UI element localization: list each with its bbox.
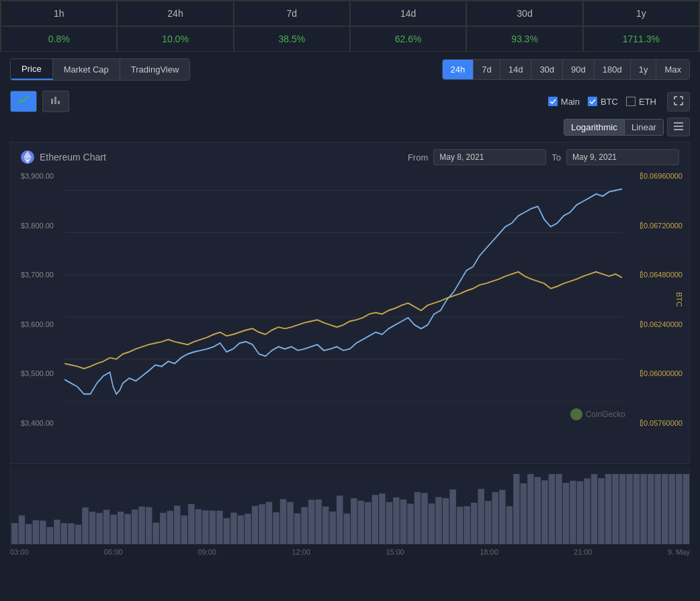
controls-row: Price Market Cap TradingView 24h 7d 14d … xyxy=(0,52,700,87)
svg-rect-54 xyxy=(287,502,293,544)
stat-header-1h: 1h xyxy=(1,1,117,26)
svg-rect-99 xyxy=(605,474,611,544)
svg-rect-3 xyxy=(58,101,60,104)
y-label-3600: $3,600.00 xyxy=(21,320,68,328)
time-btn-180d[interactable]: 180d xyxy=(595,60,631,79)
chart-header: Ethereum Chart From To xyxy=(11,142,689,169)
chart-title: Ethereum Chart xyxy=(21,150,106,164)
line-chart-button[interactable] xyxy=(10,91,37,112)
svg-rect-70 xyxy=(400,500,406,544)
btc-label-high: ₿0.06960000 xyxy=(622,172,683,180)
tab-price[interactable]: Price xyxy=(11,59,53,80)
chart-title-text: Ethereum Chart xyxy=(40,152,106,163)
legend-main[interactable]: Main xyxy=(548,97,580,107)
svg-rect-108 xyxy=(668,474,674,544)
svg-rect-66 xyxy=(372,495,378,544)
legend-btc[interactable]: BTC xyxy=(588,97,618,107)
coingecko-watermark: CoinGecko xyxy=(570,408,625,420)
from-date-input[interactable] xyxy=(433,149,546,165)
svg-rect-100 xyxy=(612,474,618,544)
bar-chart-button[interactable] xyxy=(42,91,69,112)
svg-rect-105 xyxy=(648,474,654,544)
fullscreen-button[interactable] xyxy=(667,92,690,111)
svg-rect-1 xyxy=(51,99,53,104)
svg-rect-107 xyxy=(662,474,668,544)
time-btn-14d[interactable]: 14d xyxy=(500,60,532,79)
to-date-input[interactable] xyxy=(566,149,679,165)
x-label-2100: 21:00 xyxy=(574,548,593,556)
x-label-0300: 03:00 xyxy=(10,548,29,556)
svg-rect-73 xyxy=(421,493,427,544)
svg-rect-109 xyxy=(676,474,682,544)
menu-button[interactable] xyxy=(667,118,690,136)
svg-rect-56 xyxy=(301,507,307,544)
svg-point-0 xyxy=(20,99,22,101)
svg-rect-97 xyxy=(591,474,597,544)
btc-label-4: ₿0.06240000 xyxy=(622,320,683,328)
svg-rect-21 xyxy=(54,520,60,544)
time-btn-24h[interactable]: 24h xyxy=(443,60,474,79)
svg-rect-85 xyxy=(507,506,513,544)
svg-rect-61 xyxy=(337,496,343,544)
chart-controls: Main BTC ETH xyxy=(0,87,700,115)
svg-rect-81 xyxy=(478,489,484,544)
from-label: From xyxy=(408,152,428,163)
checkbox-eth[interactable] xyxy=(626,97,636,106)
svg-rect-104 xyxy=(640,474,646,544)
stats-table: 1h 24h 7d 14d 30d 1y 0.8% 10.0% 38.5% 62… xyxy=(0,0,700,52)
x-label-1200: 12:00 xyxy=(292,548,311,556)
stat-value-30d: 93.3% xyxy=(466,26,582,52)
svg-rect-78 xyxy=(457,506,463,544)
svg-rect-98 xyxy=(598,478,604,544)
svg-rect-79 xyxy=(464,506,470,544)
svg-rect-49 xyxy=(252,506,258,544)
svg-rect-83 xyxy=(492,492,498,544)
legend-eth[interactable]: ETH xyxy=(626,97,656,107)
svg-rect-20 xyxy=(47,527,53,544)
time-btn-90d[interactable]: 90d xyxy=(563,60,595,79)
checkbox-btc[interactable] xyxy=(588,97,597,106)
svg-rect-25 xyxy=(82,508,88,544)
to-label: To xyxy=(552,152,561,163)
svg-rect-30 xyxy=(118,512,124,544)
scale-logarithmic-button[interactable]: Logarithmic xyxy=(564,120,625,135)
volume-area xyxy=(10,467,690,545)
svg-rect-47 xyxy=(238,515,244,544)
svg-rect-71 xyxy=(407,504,413,544)
svg-rect-2 xyxy=(54,97,56,104)
scale-linear-button[interactable]: Linear xyxy=(625,120,663,135)
time-btn-7d[interactable]: 7d xyxy=(474,60,500,79)
tab-market-cap[interactable]: Market Cap xyxy=(53,59,120,80)
time-btn-30d[interactable]: 30d xyxy=(531,60,563,79)
svg-rect-22 xyxy=(61,523,67,544)
menu-icon xyxy=(674,122,683,130)
svg-rect-28 xyxy=(103,510,110,544)
checkbox-main[interactable] xyxy=(548,97,558,106)
svg-rect-65 xyxy=(365,502,371,544)
x-label-0900: 09:00 xyxy=(198,548,217,556)
main-tab-group: Price Market Cap TradingView xyxy=(10,58,190,81)
time-btn-max[interactable]: Max xyxy=(656,60,689,79)
stat-value-1y: 1711.3% xyxy=(583,26,699,52)
price-chart-svg xyxy=(64,169,622,430)
time-btn-1y[interactable]: 1y xyxy=(631,60,657,79)
svg-rect-50 xyxy=(259,504,265,544)
svg-rect-77 xyxy=(449,490,455,544)
ethereum-logo xyxy=(24,151,32,163)
svg-rect-60 xyxy=(329,512,335,544)
tab-trading-view[interactable]: TradingView xyxy=(120,59,190,80)
coingecko-text: CoinGecko xyxy=(586,410,625,419)
svg-rect-17 xyxy=(26,524,32,544)
svg-rect-72 xyxy=(414,492,421,544)
svg-rect-82 xyxy=(485,501,491,544)
svg-rect-29 xyxy=(110,515,116,544)
btc-label-low: ₿0.05760000 xyxy=(622,419,683,427)
svg-rect-40 xyxy=(188,504,194,544)
svg-rect-57 xyxy=(308,500,314,544)
svg-rect-93 xyxy=(563,483,569,544)
y-label-3500: $3,500.00 xyxy=(21,369,68,377)
btc-label-2: ₿0.06720000 xyxy=(622,222,683,230)
svg-rect-38 xyxy=(174,506,180,544)
btc-label-3: ₿0.06480000 xyxy=(622,271,683,279)
btc-label-5: ₿0.06000000 xyxy=(622,369,683,377)
